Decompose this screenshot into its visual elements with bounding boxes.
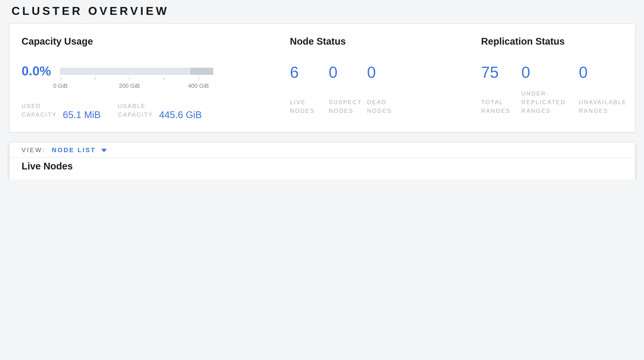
used-capacity-label: USEDCAPACITY [22,102,60,119]
total-ranges-label: TOTALRANGES [481,98,510,115]
capacity-bar-reserved-segment [190,68,213,75]
axis-tick-label: 200 GiB [114,83,145,89]
under-replicated-ranges-label: UNDER-REPLICATEDRANGES [521,89,566,115]
view-selected-value: NODE LIST [52,146,96,154]
unavailable-ranges-count: 0 [579,63,588,82]
node-status-section: Node Status 6 LIVENODES 0 SUSPECTNODES 0… [290,36,462,47]
live-nodes-table: ID ▼ ADDRESS ▼ UPTIME ▼ REPLICAS ▼ CPUS [10,179,635,180]
view-label: VIEW: [22,146,45,154]
total-ranges-count: 75 [481,63,498,82]
summary-card: Capacity Usage 0.0% 0 GiB 200 GiB 400 Gi… [9,24,636,132]
replication-status-section: Replication Status 75 TOTALRANGES 0 UNDE… [481,36,634,47]
axis-tick [164,77,164,81]
suspect-nodes-count: 0 [329,63,338,82]
view-selector-dropdown[interactable]: NODE LIST [52,146,107,154]
used-capacity-value: 65.1 MiB [63,109,100,120]
suspect-nodes-label: SUSPECTNODES [329,98,362,115]
dead-nodes-label: DEADNODES [367,98,392,115]
capacity-bar [60,68,213,75]
axis-tick [95,77,95,81]
node-list-card: VIEW: NODE LIST Live Nodes ID ▼ ADDRESS … [9,142,636,180]
view-bar: VIEW: NODE LIST [10,142,635,158]
under-replicated-ranges-count: 0 [521,63,530,82]
unavailable-ranges-label: UNAVAILABLERANGES [579,98,627,115]
node-status-heading: Node Status [290,36,462,47]
usable-capacity-metric: USABLECAPACITY 445.6 GiB [118,102,202,119]
chevron-down-icon [101,148,107,152]
axis-tick [198,77,199,81]
axis-tick-label: 0 GiB [45,83,76,89]
used-capacity-metric: USEDCAPACITY 65.1 MiB [22,102,100,119]
live-nodes-heading: Live Nodes [22,161,72,172]
axis-tick-label: 400 GiB [183,83,214,89]
usable-capacity-value: 445.6 GiB [159,109,202,120]
capacity-usage-heading: Capacity Usage [22,36,280,47]
live-nodes-count: 6 [290,63,299,82]
usable-capacity-label: USABLECAPACITY [118,102,156,119]
capacity-usage-section: Capacity Usage 0.0% 0 GiB 200 GiB 400 Gi… [22,36,280,47]
cluster-overview-page: CLUSTER OVERVIEW Capacity Usage 0.0% 0 G… [0,0,644,180]
capacity-used-percent: 0.0% [22,62,51,80]
capacity-bar-chart: 0 GiB 200 GiB 400 GiB [60,68,213,91]
capacity-axis: 0 GiB 200 GiB 400 GiB [60,75,213,91]
dead-nodes-count: 0 [367,63,376,82]
axis-tick [60,77,61,81]
table-header-row: ID ▼ ADDRESS ▼ UPTIME ▼ REPLICAS ▼ CPUS [10,179,635,180]
live-nodes-label: LIVENODES [290,98,314,115]
replication-status-heading: Replication Status [481,36,634,47]
axis-tick [130,77,130,81]
page-title: CLUSTER OVERVIEW [12,4,169,18]
